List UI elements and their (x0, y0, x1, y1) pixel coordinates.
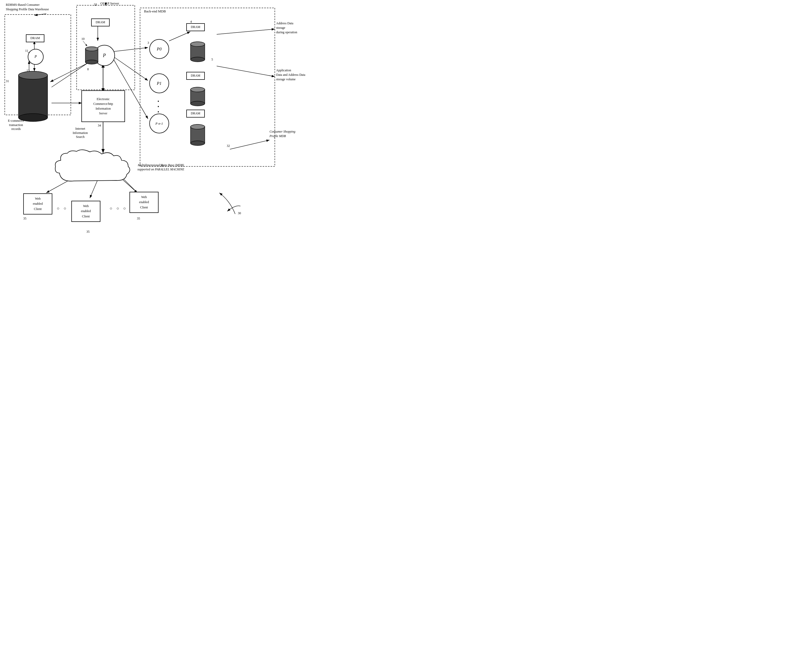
dots-clients-2: ○ ○ ○ (110, 206, 127, 211)
num-10-label: 10 (81, 37, 85, 41)
web-client-right: WebenabledClient (130, 192, 159, 213)
svg-line-11 (50, 63, 87, 82)
svg-line-10 (51, 61, 91, 87)
num-30-arrow (222, 203, 243, 219)
address-storage-label: Address Datastorageduring operation (276, 21, 297, 34)
dram-p1-box: DRAM (186, 72, 205, 80)
num-35-1-label: 35 (23, 217, 26, 221)
svg-line-25 (217, 66, 275, 77)
num-33-label: 33 (94, 3, 97, 7)
dram-9-box: DRAM (91, 19, 110, 26)
num-35-2-label: 35 (86, 230, 90, 234)
svg-point-47 (191, 101, 205, 106)
internet-info-search-label: InternetInformationSearch (73, 127, 88, 139)
svg-line-30 (83, 41, 87, 46)
svg-point-52 (191, 125, 205, 129)
app-data-label: ApplicationData and Address Datastorage … (276, 68, 305, 81)
num-32-label: 32 (227, 144, 230, 148)
circle-pn1: P n-1 (149, 114, 169, 133)
svg-line-13 (114, 57, 148, 80)
internet-cloud (53, 149, 137, 185)
svg-point-35 (19, 114, 48, 121)
num-8-label: 8 (87, 67, 89, 72)
svg-point-44 (191, 42, 205, 46)
cylinder-8 (85, 46, 99, 65)
backend-mdb-label: Back-end MDB (144, 9, 166, 14)
consumer-shopping-label: Consumer ShoppingProfile MDB (270, 130, 295, 138)
num-31-label: 31 (6, 79, 9, 84)
dram-pn1-box: DRAM (186, 110, 205, 118)
circle-p0: P0 (149, 39, 169, 59)
dram-4-box: DRAM (186, 23, 205, 31)
svg-line-27 (34, 14, 46, 15)
mdb-label: Multidimensional Data Base (MDB)supporte… (137, 163, 184, 171)
rdbms-title-label: RDBMS-Based ConsumerShopping Profile Dat… (6, 3, 49, 12)
cylinder-p1-storage (190, 87, 206, 106)
svg-point-43 (191, 57, 205, 62)
num-35-3-label: 35 (137, 217, 140, 221)
svg-point-40 (85, 47, 98, 51)
cylinder-pn1-storage (190, 124, 206, 146)
dram-12-box: DRAM (26, 34, 44, 42)
web-client-center: WebenabledClient (72, 201, 101, 222)
circle-p1: P1 (149, 73, 169, 93)
svg-line-15 (169, 32, 190, 41)
svg-line-12 (114, 48, 148, 51)
svg-rect-34 (19, 75, 48, 118)
olap-server-label: OLAP Server (101, 1, 119, 6)
num-11-label: 11 (25, 49, 28, 53)
svg-point-36 (19, 71, 48, 79)
svg-point-48 (191, 87, 205, 92)
dots-label: ••• (157, 99, 159, 114)
num-34-label: 34 (98, 124, 101, 128)
svg-line-24 (230, 140, 270, 149)
num-5-label: 5 (212, 58, 213, 62)
ecommerce-box: ElectronicCommerce/httpInformationServer (81, 90, 125, 122)
svg-point-39 (85, 60, 98, 64)
cylinder-5 (190, 41, 206, 62)
svg-line-26 (217, 29, 275, 34)
num-3-label: 3 (147, 41, 149, 45)
circle-p-left: P (28, 49, 44, 65)
cylinder-13 (17, 70, 49, 123)
diagram-container: 33 11 12 13 31 10 9 8 3 4 5 32 34 36 35 … (0, 0, 317, 261)
dots-clients-1: ○ ○ (57, 206, 68, 211)
web-client-left: WebenabledClient (23, 193, 52, 215)
svg-point-51 (191, 141, 205, 145)
